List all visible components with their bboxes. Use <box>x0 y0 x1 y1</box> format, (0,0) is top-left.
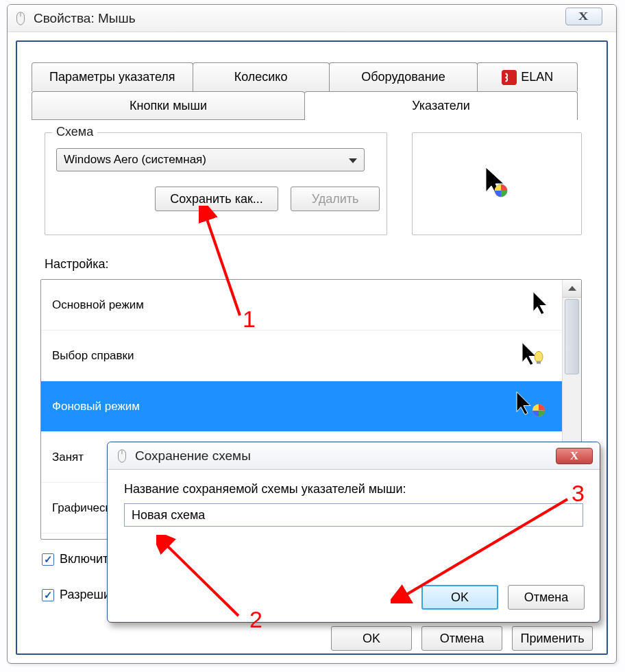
cursor-arrow-icon <box>476 163 517 204</box>
overlay-ok-button[interactable]: OK <box>421 585 498 610</box>
title-bar[interactable]: Свойства: Мышь X <box>8 5 616 32</box>
allow-themes-checkbox[interactable]: Разреши <box>42 588 110 602</box>
cancel-button[interactable]: Отмена <box>421 626 502 651</box>
ok-button[interactable]: OK <box>331 626 412 651</box>
window-title: Свойства: Мышь <box>34 11 136 26</box>
mouse-icon <box>114 448 130 464</box>
tab-pointers[interactable]: Указатели <box>304 91 578 120</box>
cursor-preview <box>412 132 582 235</box>
elan-icon <box>502 70 517 85</box>
overlay-button-row: OK Отмена <box>421 585 585 610</box>
list-item[interactable]: Фоновый режим <box>41 381 562 432</box>
scheme-selected-text: Windows Aero (системная) <box>64 153 206 167</box>
cursor-normal-icon <box>529 289 550 320</box>
svg-point-3 <box>535 351 543 362</box>
overlay-title-bar[interactable]: Сохранение схемы X <box>108 442 600 470</box>
scroll-up-button[interactable] <box>563 280 581 298</box>
svg-rect-4 <box>537 361 541 363</box>
checkbox-icon <box>42 553 54 566</box>
list-item[interactable]: Выбор справки <box>41 331 562 381</box>
overlay-cancel-button[interactable]: Отмена <box>508 585 585 610</box>
scroll-thumb[interactable] <box>565 299 579 374</box>
overlay-title-text: Сохранение схемы <box>135 448 251 464</box>
tab-hardware[interactable]: Оборудование <box>329 62 478 91</box>
list-item[interactable]: Основной режим <box>41 280 562 331</box>
tab-wheel[interactable]: Колесико <box>193 62 330 91</box>
scheme-combobox[interactable]: Windows Aero (системная) <box>56 148 365 171</box>
scheme-group-label: Схема <box>52 125 97 139</box>
scheme-groupbox: Схема Windows Aero (системная) Сохранить… <box>45 132 387 235</box>
tab-elan[interactable]: ELAN <box>477 62 578 91</box>
delete-scheme-button[interactable]: Удалить <box>291 187 380 211</box>
checkbox-icon <box>42 589 54 601</box>
tabs-upper-row: Параметры указателя Колесико Оборудовани… <box>32 62 578 91</box>
enable-shadow-checkbox[interactable]: Включить <box>42 552 115 566</box>
tabs-lower-row: Кнопки мыши Указатели <box>32 91 578 120</box>
save-as-button[interactable]: Сохранить как... <box>155 187 278 211</box>
close-icon: X <box>578 10 589 23</box>
mouse-icon <box>13 11 28 26</box>
window-close-button[interactable]: X <box>565 8 602 25</box>
tab-mouse-buttons[interactable]: Кнопки мыши <box>32 91 305 120</box>
close-icon: X <box>570 449 578 463</box>
scheme-name-input[interactable] <box>124 503 583 527</box>
apply-button[interactable]: Применить <box>512 626 593 651</box>
save-scheme-dialog: Сохранение схемы X Название сохраняемой … <box>107 442 600 623</box>
tab-pointer-options[interactable]: Параметры указателя <box>32 62 193 91</box>
svg-rect-1 <box>502 70 517 85</box>
customize-label: Настройка: <box>45 257 109 272</box>
cursor-working-icon <box>514 389 550 423</box>
overlay-prompt-label: Название сохраняемой схемы указателей мы… <box>124 482 583 496</box>
overlay-close-button[interactable]: X <box>556 448 593 464</box>
chevron-up-icon <box>568 286 576 291</box>
cursor-help-icon <box>519 340 550 371</box>
dialog-button-row: OK Отмена Применить <box>331 626 593 651</box>
